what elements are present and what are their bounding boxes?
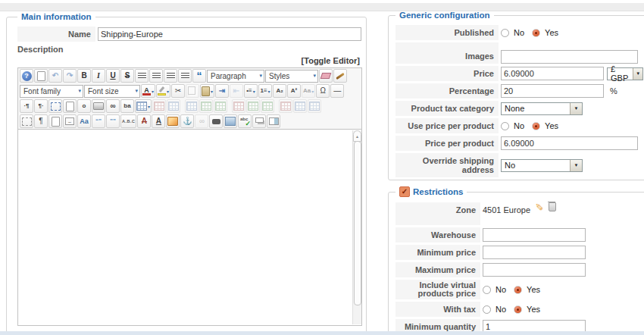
insert-column-before-icon[interactable] [246, 99, 260, 113]
insert-column-after-icon[interactable] [261, 99, 274, 113]
insert-row-before-icon[interactable] [199, 99, 213, 113]
strikethrough-icon[interactable]: S [120, 69, 134, 83]
emotions-icon[interactable]: – [63, 114, 77, 128]
images-input[interactable] [501, 50, 638, 64]
remove-format-icon[interactable] [319, 69, 333, 83]
merge-cells-icon[interactable] [308, 99, 321, 113]
with-tax-yes-radio[interactable] [514, 305, 522, 314]
redo-icon[interactable]: ↷ [63, 69, 77, 83]
override-shipping-address-select[interactable]: No ▼ [501, 159, 583, 172]
unlink-icon[interactable]: ∞ [195, 114, 208, 128]
editor-scrollbar[interactable]: ▲ [352, 130, 361, 324]
bullet-list-icon[interactable]: •≡▾ [244, 84, 258, 98]
with-tax-no-radio[interactable] [483, 305, 491, 314]
cleanup-icon[interactable] [333, 69, 347, 83]
price-input[interactable] [501, 67, 604, 80]
copy-icon[interactable] [186, 84, 199, 98]
spellcheck-icon[interactable]: abc✓ [238, 114, 252, 128]
help-icon[interactable]: ? [20, 69, 33, 83]
include-virtual-yes-radio[interactable] [514, 286, 522, 294]
insert-image-icon[interactable] [166, 114, 180, 128]
font-size-select[interactable]: Font size▾ [84, 85, 140, 98]
numbered-list-icon[interactable]: 1≡▾ [258, 84, 272, 98]
insert-table-icon[interactable]: ▾ [135, 99, 152, 113]
font-family-select[interactable]: Font family▾ [20, 85, 83, 98]
edit-attributes-icon[interactable] [48, 114, 62, 128]
underline-icon[interactable]: U [106, 69, 120, 83]
insert-layer-icon[interactable] [252, 114, 266, 128]
align-justify-icon[interactable] [178, 69, 192, 83]
nonbreaking-space-icon[interactable] [209, 114, 223, 128]
delete-table-icon[interactable] [152, 99, 166, 113]
name-input[interactable] [98, 27, 361, 41]
anchor-icon[interactable]: ⚓ [180, 114, 194, 128]
maximum-price-input[interactable] [483, 263, 586, 277]
bold-icon[interactable]: B [77, 69, 91, 83]
subscript-icon[interactable]: A₂ [273, 84, 286, 98]
format-select[interactable]: Paragraph▾ [207, 70, 264, 83]
use-price-per-product-yes-radio[interactable] [532, 122, 540, 130]
delete-row-icon[interactable] [232, 99, 245, 113]
indent-icon[interactable]: ⇥ [215, 84, 229, 98]
row-properties-icon[interactable] [167, 99, 180, 113]
new-document-icon[interactable] [34, 69, 48, 83]
cite-icon[interactable]: “” [92, 114, 105, 128]
blockquote-icon[interactable]: “ [192, 69, 206, 83]
ltr-icon[interactable]: ·¶ [20, 99, 33, 113]
include-virtual-no-radio[interactable] [483, 286, 491, 294]
insert-media-icon[interactable] [224, 114, 237, 128]
align-right-icon[interactable] [164, 69, 177, 83]
page: Main information Name Description [Toggl… [0, 0, 644, 335]
product-tax-category-value: None [505, 104, 524, 113]
zone-delete-icon[interactable] [549, 202, 556, 211]
inline-quote-icon[interactable]: ”” [106, 114, 120, 128]
use-price-per-product-no-radio[interactable] [501, 122, 509, 130]
deletion-icon[interactable]: A [137, 114, 151, 128]
insert-row-after-icon[interactable] [214, 99, 227, 113]
published-yes-radio[interactable] [532, 29, 540, 37]
superscript-icon[interactable]: A² [287, 84, 301, 98]
outdent-icon[interactable]: ⇤ [230, 84, 243, 98]
restrictions-checkbox[interactable]: ✓ [399, 186, 410, 197]
styles-select[interactable]: Styles▾ [265, 70, 318, 83]
percentage-input[interactable] [501, 84, 604, 98]
toggle-editor-link[interactable]: [Toggle Editor] [302, 56, 360, 65]
zone-edit-icon[interactable]: ✎ [535, 203, 542, 211]
print-icon[interactable] [92, 99, 105, 113]
delete-column-icon[interactable] [279, 99, 292, 113]
cell-properties-icon[interactable] [185, 99, 199, 113]
fullscreen-icon[interactable] [48, 99, 62, 113]
visual-chars-icon[interactable]: ¶ [34, 114, 48, 128]
scrollbar-thumb[interactable] [354, 141, 361, 305]
text-case-icon[interactable]: Aa▾ [302, 84, 315, 98]
price-per-product-input[interactable] [501, 136, 638, 150]
find-icon[interactable]: ∞ [106, 99, 120, 113]
visual-aid-icon[interactable] [20, 114, 33, 128]
horizontal-rule-icon[interactable]: — [330, 84, 344, 98]
preview-icon[interactable] [63, 99, 77, 113]
published-no-radio[interactable] [501, 29, 509, 37]
scrollbar-up-arrow-icon[interactable]: ▲ [353, 130, 361, 142]
rtl-icon[interactable]: ¶· [34, 99, 48, 113]
currency-select[interactable]: £ GBP ▼ [607, 67, 643, 80]
warehouse-input[interactable] [483, 228, 586, 242]
product-tax-category-select[interactable]: None ▼ [501, 102, 583, 115]
editor-content-area[interactable]: ▲ [18, 129, 361, 325]
abbreviation-icon[interactable]: A.B.C [120, 114, 136, 128]
text-color-icon[interactable]: A▾ [141, 84, 155, 98]
paste-icon[interactable]: ▾ [200, 84, 214, 98]
split-cells-icon[interactable] [293, 99, 307, 113]
minimum-price-input[interactable] [483, 246, 586, 259]
highlight-color-icon[interactable]: ▾ [156, 84, 170, 98]
source-code-icon[interactable]: o [77, 99, 91, 113]
style-props-icon[interactable]: Aa [77, 114, 91, 128]
special-character-icon[interactable]: Ω [316, 84, 330, 98]
align-center-icon[interactable] [149, 69, 163, 83]
insertion-icon[interactable]: A [152, 114, 165, 128]
italic-icon[interactable]: I [92, 69, 105, 83]
undo-icon[interactable]: ↶ [48, 69, 62, 83]
find-replace-icon[interactable]: ba [120, 99, 134, 113]
cut-icon[interactable]: ✂ [171, 84, 185, 98]
align-left-icon[interactable] [135, 69, 148, 83]
layer-properties-icon[interactable] [267, 114, 280, 128]
